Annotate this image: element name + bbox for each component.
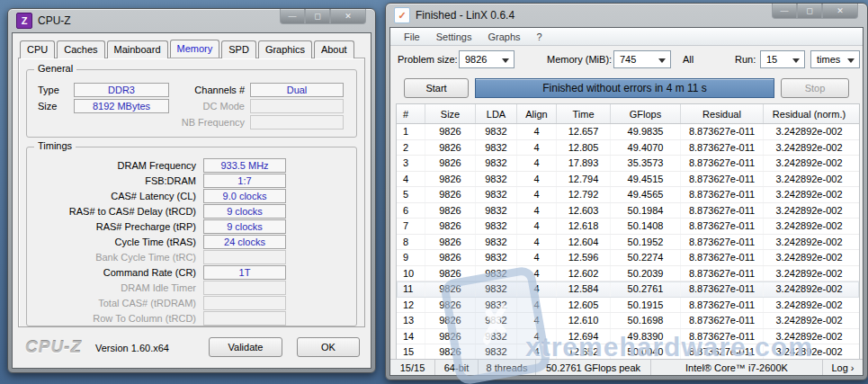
memory-label: Memory (MiB): bbox=[547, 54, 612, 65]
table-cell: 3.242892e-002 bbox=[764, 156, 855, 171]
status-segment: 15/15 bbox=[390, 360, 435, 375]
close-button[interactable]: ✕ bbox=[822, 4, 858, 19]
column-header[interactable]: Align bbox=[517, 104, 557, 123]
table-cell: 8.873627e-011 bbox=[681, 344, 764, 360]
table-row[interactable]: 398269832417.89335.35738.873627e-0113.24… bbox=[397, 156, 859, 172]
maximize-button[interactable]: ◻ bbox=[797, 4, 822, 19]
table-cell: 11 bbox=[397, 281, 425, 297]
run-units-combobox[interactable]: times bbox=[810, 50, 860, 68]
table-row[interactable]: 1398269832412.61050.16988.873627e-0113.2… bbox=[397, 313, 859, 329]
table-row[interactable]: 298269832412.80549.40708.873627e-0113.24… bbox=[397, 140, 859, 156]
field-value bbox=[203, 281, 286, 295]
column-header[interactable]: Residual (norm.) bbox=[764, 104, 855, 123]
field-value: 24 clocks bbox=[203, 235, 286, 249]
column-header[interactable]: GFlops bbox=[611, 104, 681, 123]
progress-bar: Finished without errors in 4 m 11 s bbox=[475, 78, 774, 98]
minimize-button[interactable]: — bbox=[280, 9, 305, 24]
table-row[interactable]: 798269832412.61850.14088.873627e-0113.24… bbox=[397, 219, 859, 235]
problem-size-combobox[interactable]: 9826 bbox=[459, 50, 515, 68]
cpuz-logo: CPU-Z bbox=[25, 337, 82, 357]
run-units-value: times bbox=[817, 54, 840, 65]
table-cell: 3.242892e-002 bbox=[764, 172, 855, 187]
column-header[interactable]: Size bbox=[425, 104, 476, 123]
table-row[interactable]: 898269832412.60450.19528.873627e-0113.24… bbox=[397, 235, 859, 251]
problem-size-label: Problem size: bbox=[398, 54, 458, 65]
minimize-button[interactable]: — bbox=[772, 4, 797, 19]
table-cell: 8.873627e-011 bbox=[681, 281, 764, 297]
table-cell: 3 bbox=[397, 156, 425, 171]
table-cell: 8.873627e-011 bbox=[681, 219, 764, 234]
cpuz-memory-tab-panel: General TypeDDR3Size8192 MBytes Channels… bbox=[18, 58, 365, 327]
table-cell: 9826 bbox=[425, 203, 476, 219]
table-cell: 12.610 bbox=[557, 313, 611, 328]
tab-spd[interactable]: SPD bbox=[221, 40, 256, 58]
field-value: 9 clocks bbox=[203, 204, 286, 219]
table-cell: 12.805 bbox=[557, 140, 611, 156]
menu-item-settings[interactable]: Settings bbox=[428, 31, 480, 42]
field-row-timings: Bank Cycle Time (tRC) bbox=[32, 250, 351, 263]
ok-button[interactable]: OK bbox=[297, 337, 360, 357]
general-right-column: Channels #DualDC ModeNB Frequency bbox=[162, 83, 344, 131]
table-row[interactable]: 1498269832412.69449.83908.873627e-0113.2… bbox=[397, 329, 859, 345]
table-cell: 9832 bbox=[476, 281, 517, 297]
log-button[interactable]: Log › bbox=[823, 360, 863, 375]
table-cell: 4 bbox=[517, 298, 557, 313]
tab-memory[interactable]: Memory bbox=[170, 40, 220, 58]
menu-item-help[interactable]: ? bbox=[529, 31, 550, 42]
table-cell: 9832 bbox=[476, 298, 517, 313]
linx-buttons-row: Start Finished without errors in 4 m 11 … bbox=[390, 76, 863, 102]
tab-about[interactable]: About bbox=[314, 40, 354, 58]
table-row[interactable]: 498269832412.79449.45158.873627e-0113.24… bbox=[397, 172, 859, 188]
table-row[interactable]: 598269832412.79249.45658.873627e-0113.24… bbox=[397, 187, 859, 203]
tab-caches[interactable]: Caches bbox=[57, 40, 104, 58]
status-segment: 64-bit bbox=[435, 360, 479, 375]
column-header[interactable]: # bbox=[397, 104, 425, 123]
column-header[interactable]: LDA bbox=[476, 104, 517, 123]
run-count-combobox[interactable]: 15 bbox=[760, 50, 805, 68]
field-row-timings: FSB:DRAM1:7 bbox=[32, 174, 351, 187]
validate-button[interactable]: Validate bbox=[209, 337, 282, 357]
table-row[interactable]: 698269832412.60350.19848.873627e-0113.24… bbox=[397, 203, 859, 219]
field-label: Size bbox=[38, 101, 74, 112]
start-button[interactable]: Start bbox=[404, 78, 469, 98]
table-cell: 3.242892e-002 bbox=[764, 266, 855, 281]
timings-group-title: Timings bbox=[34, 140, 76, 151]
table-row[interactable]: 1198269832412.58450.27618.873627e-0113.2… bbox=[397, 281, 859, 298]
table-cell: 9832 bbox=[476, 124, 517, 139]
linx-client-area: FileSettingsGraphs? Problem size: 9826 M… bbox=[389, 27, 864, 376]
table-cell: 9832 bbox=[476, 140, 517, 156]
table-row[interactable]: 198269832412.65749.98358.873627e-0113.24… bbox=[397, 124, 859, 140]
table-row[interactable]: 1098269832412.60250.20398.873627e-0113.2… bbox=[397, 266, 859, 282]
table-row[interactable]: 1598269832412.65250.00408.873627e-0113.2… bbox=[397, 344, 859, 360]
close-button[interactable]: ✕ bbox=[330, 9, 366, 24]
field-row-general-left: Size8192 MBytes bbox=[38, 99, 169, 112]
desktop: Z CPU-Z — ◻ ✕ CPUCachesMainboardMemorySP… bbox=[0, 0, 868, 384]
table-cell: 12.605 bbox=[557, 298, 611, 313]
table-cell: 12.618 bbox=[557, 219, 611, 234]
table-cell: 9832 bbox=[476, 344, 517, 360]
maximize-button[interactable]: ◻ bbox=[305, 9, 330, 24]
column-header[interactable]: Time bbox=[557, 104, 611, 123]
field-label: FSB:DRAM bbox=[32, 175, 196, 186]
table-cell: 49.4070 bbox=[611, 140, 681, 156]
table-cell: 8.873627e-011 bbox=[681, 172, 764, 187]
cpuz-window: Z CPU-Z — ◻ ✕ CPUCachesMainboardMemorySP… bbox=[7, 8, 376, 373]
linx-window-title: Finished - LinX 0.6.4 bbox=[416, 9, 515, 22]
menu-item-file[interactable]: File bbox=[396, 31, 428, 42]
general-groupbox: General TypeDDR3Size8192 MBytes Channels… bbox=[26, 69, 357, 138]
field-value bbox=[250, 115, 344, 129]
table-cell: 4 bbox=[517, 266, 557, 281]
column-header[interactable]: Residual bbox=[681, 104, 764, 123]
tab-graphics[interactable]: Graphics bbox=[258, 40, 312, 58]
tab-mainboard[interactable]: Mainboard bbox=[107, 40, 168, 58]
tab-cpu[interactable]: CPU bbox=[20, 40, 55, 58]
table-row[interactable]: 1298269832412.60550.19158.873627e-0113.2… bbox=[397, 298, 859, 314]
field-value bbox=[203, 296, 286, 310]
field-value: 933.5 MHz bbox=[203, 158, 286, 173]
table-row[interactable]: 998269832412.59650.22748.873627e-0113.24… bbox=[397, 250, 859, 266]
menu-item-graphs[interactable]: Graphs bbox=[479, 31, 528, 42]
timings-groupbox: Timings DRAM Frequency933.5 MHzFSB:DRAM1… bbox=[26, 147, 357, 326]
memory-combobox[interactable]: 745 bbox=[613, 50, 671, 68]
dropdown-arrow-icon bbox=[847, 58, 855, 63]
stop-button[interactable]: Stop bbox=[781, 78, 849, 98]
